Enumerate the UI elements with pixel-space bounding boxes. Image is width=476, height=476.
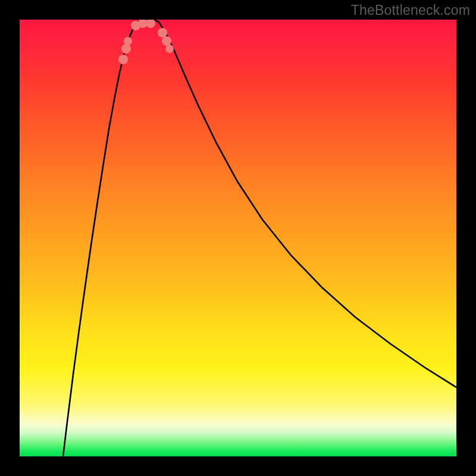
chart-frame: TheBottleneck.com: [0, 0, 476, 476]
plot-area: [20, 20, 456, 456]
watermark-text: TheBottleneck.com: [351, 2, 470, 18]
